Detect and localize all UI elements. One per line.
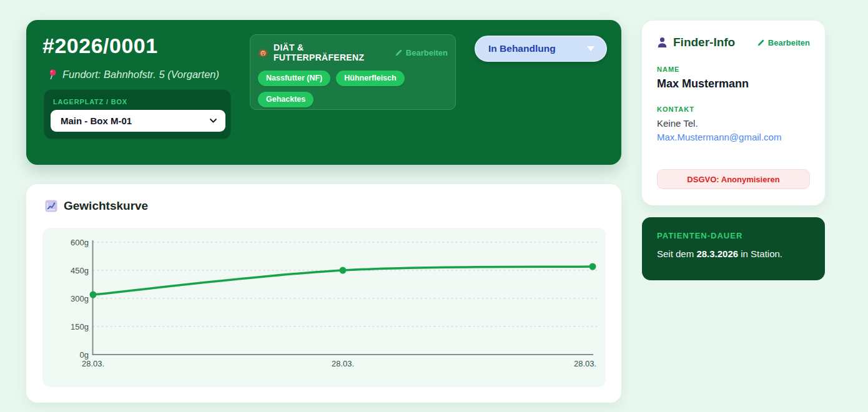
pencil-icon xyxy=(757,39,765,47)
finder-contact-section: KONTAKT Keine Tel. Max.Mustermann@gmail.… xyxy=(657,105,810,142)
hedgehog-icon xyxy=(258,48,269,57)
diet-tag[interactable]: Gehacktes xyxy=(258,92,313,107)
patient-duration-card: PATIENTEN-DAUER Seit dem 28.3.2026 in St… xyxy=(642,217,825,280)
finder-edit-button[interactable]: Bearbeiten xyxy=(757,38,810,47)
weight-chart-card: Gewichtskurve 0g150g300g450g600g28.03.28… xyxy=(26,184,621,403)
kontakt-label: KONTAKT xyxy=(657,105,810,113)
finder-info-card: Finder-Info Bearbeiten NAME Max Musterma… xyxy=(642,21,825,205)
lagerplatz-label: LAGERPLATZ / BOX xyxy=(53,98,127,105)
duration-prefix: Seit dem xyxy=(657,248,696,259)
diet-edit-button[interactable]: Bearbeiten xyxy=(395,48,448,57)
diet-preferences-box: DIÄT & FUTTERPRÄFERENZ Bearbeiten Nassfu… xyxy=(250,34,456,110)
diet-tag[interactable]: Hühnerfleisch xyxy=(336,71,404,86)
finder-edit-label: Bearbeiten xyxy=(768,38,810,47)
svg-text:450g: 450g xyxy=(71,266,89,275)
finder-name-section: NAME Max Mustermann xyxy=(657,66,810,91)
svg-text:28.03.: 28.03. xyxy=(82,359,104,368)
lagerplatz-box: LAGERPLATZ / BOX Main - Box M-01 xyxy=(44,89,231,139)
patient-duration-title: PATIENTEN-DAUER xyxy=(657,231,810,240)
diet-tags: Nassfutter (NF) Hühnerfleisch Gehacktes xyxy=(258,71,414,107)
patient-duration-text: Seit dem 28.3.2026 in Station. xyxy=(657,248,810,259)
finder-phone: Keine Tel. xyxy=(657,118,810,129)
weight-chart-svg: 0g150g300g450g600g28.03.28.03.28.03. xyxy=(42,228,606,387)
patient-card: #2026/0001 Fundort: Bahnhofstr. 5 (Vorga… xyxy=(26,20,621,165)
dsgvo-anonymize-button[interactable]: DSGVO: Anonymisieren xyxy=(657,169,810,189)
name-label: NAME xyxy=(657,66,810,73)
chevron-down-icon xyxy=(210,119,217,123)
fundort-row: Fundort: Bahnhofstr. 5 (Vorgarten) xyxy=(47,69,219,81)
pencil-icon xyxy=(395,49,403,57)
weight-chart-plot: 0g150g300g450g600g28.03.28.03.28.03. xyxy=(42,228,606,387)
diet-edit-label: Bearbeiten xyxy=(406,48,448,57)
finder-header: Finder-Info Bearbeiten xyxy=(657,36,810,49)
svg-text:0g: 0g xyxy=(80,350,89,360)
diet-tag[interactable]: Nassfutter (NF) xyxy=(258,71,330,86)
finder-name-value: Max Mustermann xyxy=(657,77,810,91)
duration-date: 28.3.2026 xyxy=(696,248,738,259)
chart-title: Gewichtskurve xyxy=(64,199,148,213)
fundort-text: Fundort: Bahnhofstr. 5 (Vorgarten) xyxy=(62,69,219,81)
svg-text:300g: 300g xyxy=(71,294,89,303)
dropdown-arrow-icon xyxy=(587,46,594,51)
status-select[interactable]: In Behandlung xyxy=(475,36,607,62)
svg-text:150g: 150g xyxy=(71,322,89,331)
lagerplatz-selected-value: Main - Box M-01 xyxy=(61,115,132,126)
svg-text:28.03.: 28.03. xyxy=(574,359,596,368)
person-icon xyxy=(657,37,668,48)
svg-text:600g: 600g xyxy=(71,238,89,247)
patient-id: #2026/0001 xyxy=(42,34,158,58)
lagerplatz-select[interactable]: Main - Box M-01 xyxy=(51,110,225,132)
status-selected-value: In Behandlung xyxy=(488,43,556,54)
finder-title: Finder-Info xyxy=(673,36,735,49)
svg-text:28.03.: 28.03. xyxy=(332,359,354,368)
finder-email-link[interactable]: Max.Mustermann@gmail.com xyxy=(657,132,810,142)
diet-header: DIÄT & FUTTERPRÄFERENZ Bearbeiten xyxy=(258,42,448,62)
chart-increasing-icon xyxy=(45,200,57,212)
duration-suffix: in Station. xyxy=(738,248,782,259)
diet-title: DIÄT & FUTTERPRÄFERENZ xyxy=(274,42,390,62)
chart-header: Gewichtskurve xyxy=(45,199,148,213)
pushpin-icon xyxy=(47,69,57,80)
